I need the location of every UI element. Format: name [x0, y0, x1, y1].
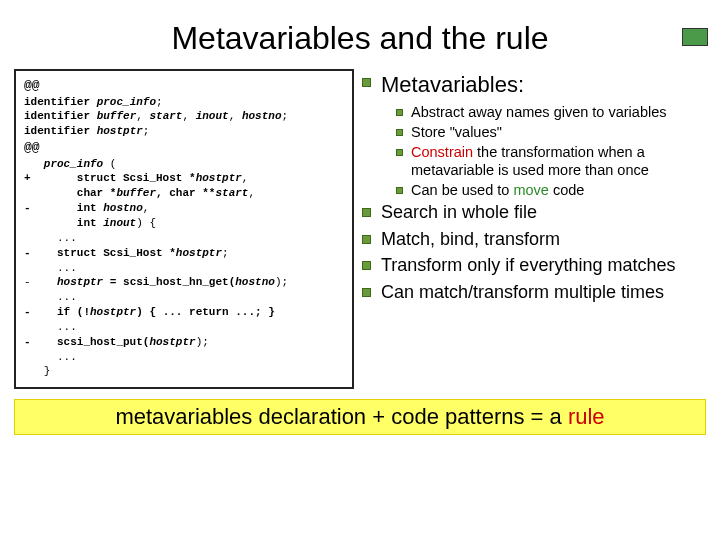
code-panel: @@ identifier proc_info; identifier buff…	[14, 69, 354, 389]
bullet-match: Match, bind, transform	[362, 228, 706, 251]
slide-title: Metavariables and the rule	[0, 0, 720, 69]
bullet-multiple: Can match/transform multiple times	[362, 281, 706, 304]
bullet-icon	[362, 78, 371, 87]
bullet-icon	[362, 208, 371, 217]
bullet-icon	[362, 288, 371, 297]
bullet-icon	[396, 149, 403, 156]
bullet-transform: Transform only if everything matches	[362, 254, 706, 277]
content-row: @@ identifier proc_info; identifier buff…	[0, 69, 720, 389]
bullet-icon	[396, 129, 403, 136]
sub-list: Abstract away names given to variables S…	[396, 103, 706, 200]
bullet-metavariables: Metavariables:	[362, 71, 706, 99]
sub-item: Store "values"	[396, 123, 706, 141]
bullet-icon	[362, 235, 371, 244]
bullet-icon	[396, 109, 403, 116]
footer-highlight: metavariables declaration + code pattern…	[14, 399, 706, 435]
bullet-search: Search in whole file	[362, 201, 706, 224]
bullet-icon	[396, 187, 403, 194]
sub-item: Constrain the transformation when a meta…	[396, 143, 706, 179]
bullet-icon	[362, 261, 371, 270]
sub-item: Abstract away names given to variables	[396, 103, 706, 121]
code-text: @@ identifier proc_info; identifier buff…	[24, 77, 344, 379]
page-marker	[682, 28, 708, 46]
sub-item: Can be used to move code	[396, 181, 706, 199]
bullet-panel: Metavariables: Abstract away names given…	[362, 69, 706, 389]
